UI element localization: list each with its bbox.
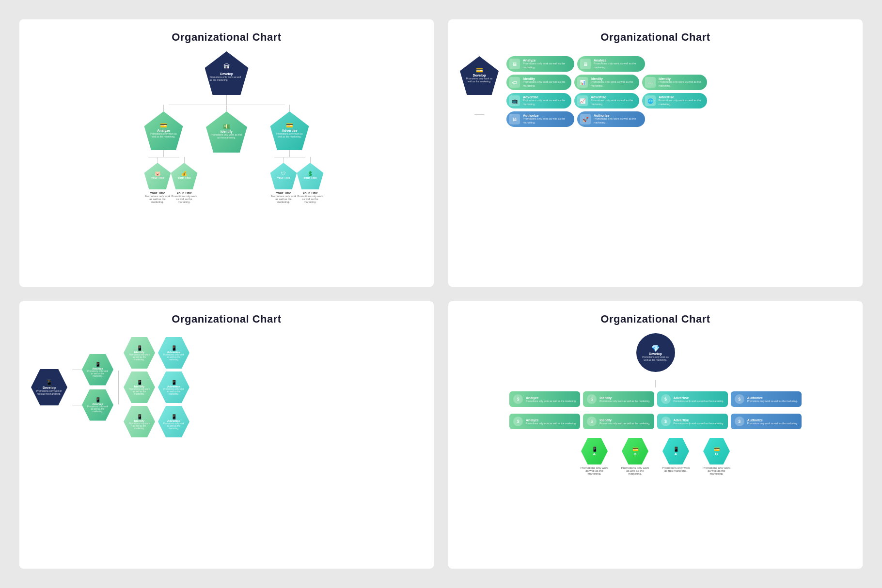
slide-4-content: 💎 Develop Promotions only work as well a… — [460, 333, 851, 475]
s2-advertise-2-label: Advertise — [591, 95, 634, 99]
s4-r2-adv-icon: $ — [661, 417, 671, 426]
mid-row: 💳 Analyze Promotions only work as well a… — [144, 105, 309, 203]
advertise-icon: 💳 — [286, 122, 293, 129]
s2-root-node: 💳 Develop Promotions only work as well a… — [460, 56, 499, 95]
s3-analyze-1-icon: 📱 — [95, 362, 101, 367]
slide-3-title: Organizational Chart — [31, 313, 422, 325]
s3-advertise-1: 📱 Advertise Promotions only work as well… — [158, 337, 189, 369]
s3-g1-icon1: 📱 — [137, 345, 142, 351]
slide-3: Organizational Chart 📱 Develop Promotion… — [19, 301, 434, 569]
sub-cap-title-2: Your Title — [171, 191, 198, 195]
s2-authorize-1-text: Authorize Promotions only work as well a… — [523, 114, 569, 124]
v-line-identify — [226, 105, 227, 111]
s3-g3-icon1: 📱 — [137, 414, 142, 419]
slide-1-title: Organizational Chart — [31, 31, 422, 44]
s3-vc1 — [118, 371, 119, 404]
slide-1: Organizational Chart 🏛 Develop Promotion… — [19, 19, 434, 287]
s4-row-2: $ Analyze Promotions only work as well a… — [509, 414, 802, 429]
your-title-pent-1: 🐷 Your Title — [144, 163, 171, 189]
sub-icon-4: 💲 — [307, 171, 313, 176]
s4-bot-a2-sub: Promotions only work as this marketing. — [662, 466, 691, 472]
s3-g2-sub1: Promotions only work as well as the mark… — [128, 388, 150, 395]
s3-right-groups: 📱 Identify Promotions only work as well … — [124, 337, 189, 437]
s2-advertise-3-text: Advertise Promotions only work as well a… — [659, 95, 702, 106]
s4-bot-b2: 💳 B Promotions only work as well as the … — [702, 438, 731, 475]
advertise-sub: Promotions only work as well as the mark… — [275, 132, 304, 138]
s2-analyze-2-label: Analyze — [594, 59, 640, 62]
s4-r1-adv-label: Advertise — [674, 396, 724, 400]
s2-analyze-1-label: Analyze — [523, 59, 569, 62]
s4-bot-b2-icon: 💳 — [714, 447, 720, 452]
s2-identity-3-sub: Promotions only work as well as the mark… — [659, 80, 702, 87]
s2-advertise-2: 📈 Advertise Promotions only work as well… — [574, 93, 639, 108]
sub-caption-4: Your Title Promotions only work as well … — [297, 191, 324, 203]
s3-left-analyze-2: 📱 Analyze Promotions only work as well a… — [72, 389, 113, 421]
s2-advertise-1-icon: 📺 — [509, 95, 520, 106]
s2-advertise-1-text: Advertise Promotions only work as well a… — [523, 95, 567, 106]
s2-identity-2-icon: 📊 — [577, 77, 588, 88]
s4-root-circle: 💎 Develop Promotions only work as well a… — [636, 333, 675, 372]
v-line-advertise — [289, 105, 290, 111]
s2-authorize-1-icon: 🖥 — [509, 114, 520, 124]
s3-analyze-2-sub: Promotions only work as well as the mark… — [87, 405, 109, 413]
analyze-sub-container: 🐷 Your Title Your Title Promotions only … — [144, 157, 183, 203]
s4-row-1: $ Analyze Promotions only work as well a… — [509, 391, 802, 407]
s2-authorize-1-label: Authorize — [523, 114, 569, 117]
s2-identity-1-text: Identity Promotions only work as well as… — [523, 77, 567, 87]
s4-r2-authorize: $ Authorize Promotions only work as well… — [731, 414, 802, 429]
s2-authorize-2-sub: Promotions only work as well as the mark… — [594, 117, 640, 124]
adv-h-line — [274, 157, 305, 157]
s2-advertise-2-icon: 📈 — [577, 95, 588, 106]
s2-identity-2-label: Identity — [591, 77, 634, 80]
root-label: Develop — [220, 72, 233, 76]
s3-analyze-1-hex: 📱 Analyze Promotions only work as well a… — [82, 354, 113, 386]
sub-vline3 — [284, 157, 284, 163]
s3-group-2: 📱 Identify Promotions only work as well … — [124, 371, 189, 403]
slide-1-content: 🏛 Develop Promotions only work as well a… — [31, 51, 422, 203]
s4-r2-adv-label: Advertise — [674, 418, 724, 422]
s4-bot-b1-label: B — [634, 452, 637, 456]
s3-h2 — [72, 405, 82, 405]
slide-3-content: 📱 Develop Promotions only work in well a… — [31, 333, 422, 437]
s3-identify-1: 📱 Identify Promotions only work as well … — [124, 337, 155, 369]
s2-identity-3: — Identity Promotions only work as well … — [642, 75, 707, 90]
s4-bot-a2-icon: 📱 — [673, 447, 679, 452]
sub-cap-title-1: Your Title — [144, 191, 171, 195]
s4-root-sub: Promotions only work as well as the mark… — [641, 356, 670, 361]
s3-g3-icon2: 📱 — [171, 414, 177, 419]
v-line-analyze — [163, 105, 164, 111]
s3-g1-sub2: Promotions only work as well as the mark… — [163, 354, 185, 361]
s2-identity-1-sub: Promotions only work as well as the mark… — [523, 80, 567, 87]
root-node-develop: 🏛 Develop Promotions only work as well a… — [205, 51, 249, 105]
sub-icon-3: 🛡 — [281, 171, 286, 176]
s4-r2-a-sub: Promotions only work as well as the mark… — [526, 422, 576, 425]
s4-bot-a1-label: A — [593, 452, 596, 456]
s2-advertise-1-label: Advertise — [523, 95, 567, 99]
s2-identity-3-label: Identity — [659, 77, 702, 80]
s4-bot-b2-label: B — [715, 452, 718, 456]
s2-advertise-2-sub: Promotions only work as well as the mark… — [591, 99, 634, 106]
s4-r1-i-text: Identity Promotions only work as well as… — [599, 396, 650, 402]
s2-identity-1-label: Identity — [523, 77, 567, 80]
advertise-sub-row: 🛡 Your Title Your Title Promotions only … — [270, 157, 309, 203]
s4-bot-b1: 💳 B Promotions only work as well as the … — [621, 438, 650, 475]
s3-left-analyze-1: 📱 Analyze Promotions only work as well a… — [72, 354, 113, 386]
s3-g1-icon2: 📱 — [171, 345, 177, 351]
s3-g2-icon1: 📱 — [137, 380, 142, 385]
s3-g1-sub1: Promotions only work as well as the mark… — [128, 354, 150, 361]
s2-analyze-2: 🖥 Analyze Promotions only work as well a… — [577, 56, 645, 72]
s2-root-icon: 💳 — [476, 67, 483, 74]
mid-node-analyze: 💳 Analyze Promotions only work as well a… — [144, 105, 183, 203]
s3-identify-3: 📱 Identify Promotions only work as well … — [124, 406, 155, 437]
s3-root-area: 📱 Develop Promotions only work in well a… — [31, 369, 67, 405]
your-title-pent-4: 💲 Your Title — [297, 163, 324, 189]
s2-identity-2-sub: Promotions only work as well as the mark… — [591, 80, 634, 87]
s2-analyze-2-sub: Promotions only work as well as the mark… — [594, 62, 640, 69]
s3-g3-sub1: Promotions only work as well as the mark… — [128, 422, 150, 430]
s4-r2-i-sub: Promotions only work as well as the mark… — [599, 422, 650, 425]
s2-root-sub: Promotions only work as well as the mark… — [465, 77, 494, 83]
s4-r1-i-label: Identity — [599, 396, 650, 400]
s4-r1-i-sub: Promotions only work as well as the mark… — [599, 400, 650, 402]
s4-r2-advertise: $ Advertise Promotions only work as well… — [657, 414, 728, 429]
s4-r2-auth-sub: Promotions only work as well as the mark… — [747, 422, 798, 425]
